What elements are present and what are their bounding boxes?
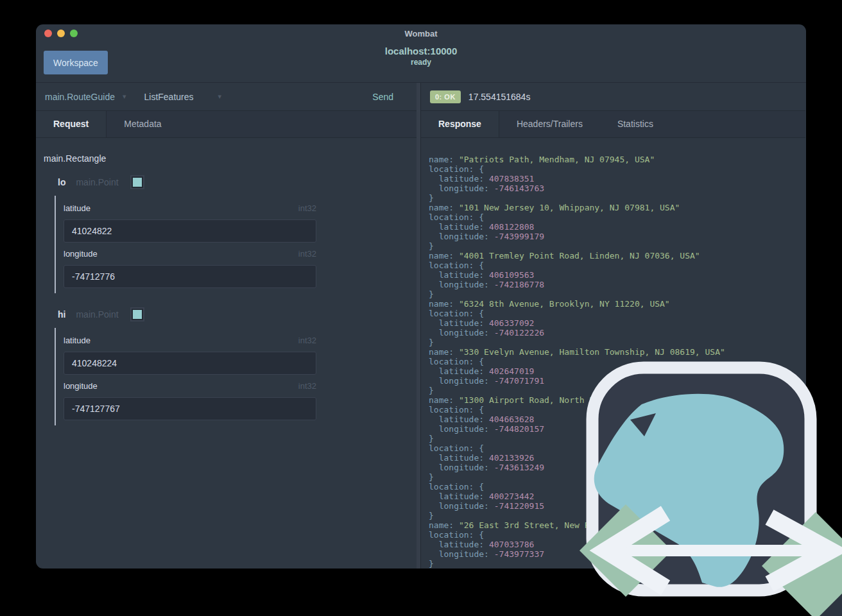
latitude-input[interactable]	[64, 352, 316, 375]
service-select[interactable]: main.RouteGuide	[45, 92, 115, 102]
method-toolbar: main.RouteGuide ▾ ListFeatures ▾ Send	[36, 83, 420, 111]
connection-info: localhost:10000 ready	[36, 46, 806, 67]
request-pane: main.RouteGuide ▾ ListFeatures ▾ Send Re…	[36, 83, 421, 569]
response-line: location: {	[429, 164, 805, 174]
latitude-input[interactable]	[64, 219, 316, 243]
point-name: lo	[58, 177, 65, 187]
window-titlebar: Wombat	[36, 24, 806, 42]
panel-splitter[interactable]	[417, 83, 420, 569]
method-select[interactable]: ListFeatures	[144, 92, 193, 102]
tab-metadata[interactable]: Metadata	[107, 111, 178, 137]
chevron-down-icon[interactable]: ▾	[218, 92, 222, 101]
response-line: location: {	[429, 309, 805, 318]
field-label: longitude	[64, 381, 98, 391]
call-duration: 17.554151684s	[468, 92, 531, 102]
point-name: hi	[58, 309, 65, 320]
response-line: location: {	[429, 212, 805, 222]
response-line: }	[429, 338, 805, 347]
response-line: location: {	[429, 261, 805, 270]
response-line: }	[429, 241, 805, 251]
response-line: }	[429, 193, 805, 203]
response-line: }	[429, 289, 805, 299]
response-statusbar: 0: OK 17.554151684s	[421, 83, 805, 111]
tab-statistics[interactable]: Statistics	[600, 111, 671, 137]
field-type: int32	[298, 336, 316, 345]
zoom-button[interactable]	[70, 30, 78, 37]
response-line: latitude: 406337092	[429, 318, 805, 328]
response-line: name: "330 Evelyn Avenue, Hamilton Towns…	[429, 347, 805, 357]
field-type: int32	[298, 249, 316, 259]
minimize-button[interactable]	[57, 30, 65, 37]
longitude-input[interactable]	[64, 265, 316, 288]
response-line: name: "101 New Jersey 10, Whippany, NJ 0…	[429, 203, 805, 212]
response-line: name: "Patriots Path, Mendham, NJ 07945,…	[429, 155, 805, 164]
response-line: longitude: -743999179	[429, 232, 805, 241]
close-button[interactable]	[44, 30, 52, 37]
window-title: Wombat	[36, 24, 806, 44]
field-label: latitude	[64, 203, 90, 213]
tab-request[interactable]: Request	[36, 111, 107, 137]
wombat-logo-overlay	[578, 359, 842, 616]
point-fieldset-hi: latitude int32 longitude int32	[55, 328, 420, 425]
point-row-lo: lo main.Point	[58, 176, 420, 188]
response-line: latitude: 407838351	[429, 174, 805, 184]
response-line: name: "6324 8th Avenue, Brooklyn, NY 112…	[429, 299, 805, 309]
chevron-down-icon[interactable]: ▾	[123, 92, 126, 101]
host-address: localhost:10000	[36, 46, 806, 56]
response-line: longitude: -740122226	[429, 328, 805, 338]
response-line: longitude: -742186778	[429, 280, 805, 289]
point-toggle-checkbox[interactable]	[132, 176, 143, 188]
response-tabbar: Response Headers/Trailers Statistics	[421, 111, 805, 138]
request-form: main.Rectangle lo main.Point latitude in…	[36, 138, 420, 425]
tab-headers-trailers[interactable]: Headers/Trailers	[499, 111, 600, 137]
tab-response[interactable]: Response	[421, 111, 499, 137]
response-line: latitude: 408122808	[429, 222, 805, 232]
point-toggle-checkbox[interactable]	[132, 309, 143, 320]
response-line: name: "4001 Tremley Point Road, Linden, …	[429, 251, 805, 261]
response-line: latitude: 406109563	[429, 270, 805, 280]
longitude-input[interactable]	[64, 397, 316, 420]
point-row-hi: hi main.Point	[58, 309, 420, 320]
traffic-lights	[44, 30, 78, 37]
message-type-label: main.Rectangle	[44, 153, 420, 164]
send-button[interactable]: Send	[368, 91, 397, 103]
point-type: main.Point	[76, 309, 118, 320]
response-line: longitude: -746143763	[429, 184, 805, 193]
connection-status: ready	[36, 58, 806, 67]
field-type: int32	[298, 203, 316, 213]
field-label: latitude	[64, 336, 90, 345]
field-label: longitude	[64, 249, 98, 259]
request-tabbar: Request Metadata	[36, 111, 420, 138]
point-type: main.Point	[76, 177, 118, 187]
field-type: int32	[298, 381, 316, 391]
app-header: Workspace localhost:10000 ready	[36, 42, 806, 83]
point-fieldset-lo: latitude int32 longitude int32	[55, 196, 420, 293]
status-badge: 0: OK	[430, 90, 461, 103]
